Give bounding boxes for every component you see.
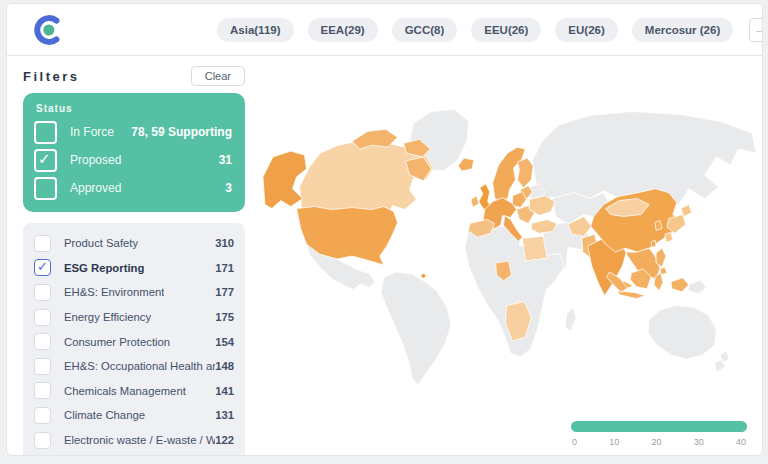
status-panel-title: Status xyxy=(36,103,232,114)
checkbox-ehs-occupational[interactable] xyxy=(34,358,51,375)
country-finland[interactable] xyxy=(517,158,533,188)
app-card: Asia(119) EEA(29) GCC(8) EEU(26) EU(26) … xyxy=(6,3,763,456)
continent-south-america[interactable] xyxy=(381,272,451,385)
category-label: Product Safety xyxy=(64,237,138,249)
world-map-area: 0 10 20 30 40 xyxy=(257,56,762,455)
category-count: 154 xyxy=(215,336,234,348)
category-count: 177 xyxy=(215,286,234,298)
legend-scale-bar xyxy=(571,421,747,432)
legend-tick: 0 xyxy=(572,437,577,447)
tab-asia[interactable]: Asia(119) xyxy=(217,18,294,42)
country-indonesia[interactable] xyxy=(607,269,689,299)
clear-filters-button[interactable]: Clear xyxy=(191,66,245,86)
category-label: Chemicals Management xyxy=(64,385,186,397)
category-label: EH&S: Occupational Health and Sa... xyxy=(64,360,215,372)
checkbox-esg-reporting[interactable] xyxy=(34,259,51,276)
category-row: Wireless 121 xyxy=(34,452,234,456)
country-madagascar[interactable] xyxy=(565,308,576,332)
main-body: Filters Clear Status In Force 78, 59 Sup… xyxy=(7,56,762,455)
category-row: Energy Efficiency 175 xyxy=(34,305,234,330)
mini-input[interactable] xyxy=(749,18,763,42)
status-row: In Force 78, 59 Supporting xyxy=(34,118,232,146)
status-label: Approved xyxy=(70,181,121,195)
country-new-zealand[interactable] xyxy=(714,351,729,372)
tab-eea[interactable]: EEA(29) xyxy=(308,18,378,42)
region-tabs: Asia(119) EEA(29) GCC(8) EEU(26) EU(26) … xyxy=(217,18,733,42)
category-count: 131 xyxy=(215,409,234,421)
category-row: Product Safety 310 xyxy=(34,231,234,256)
logo-dot xyxy=(43,24,54,35)
app-logo[interactable] xyxy=(31,13,65,47)
legend-tick: 40 xyxy=(736,437,746,447)
category-row: EH&S: Environment 177 xyxy=(34,280,234,305)
category-row: EH&S: Occupational Health and Sa... 148 xyxy=(34,354,234,379)
country-trinidad[interactable] xyxy=(421,273,426,278)
status-label: Proposed xyxy=(70,153,121,167)
checkbox-consumer-protection[interactable] xyxy=(34,333,51,350)
legend-tick: 10 xyxy=(609,437,619,447)
category-row: Electronic waste / E-waste / WEEE 122 xyxy=(34,428,234,453)
category-label: Climate Change xyxy=(64,409,145,421)
category-count: 122 xyxy=(215,434,234,446)
legend-tick: 20 xyxy=(651,437,661,447)
status-filter-panel: Status In Force 78, 59 Supporting Propos… xyxy=(23,93,245,212)
filters-sidebar: Filters Clear Status In Force 78, 59 Sup… xyxy=(7,56,257,455)
category-count: 310 xyxy=(215,237,234,249)
category-count: 175 xyxy=(215,311,234,323)
status-row: Proposed 31 xyxy=(34,146,232,174)
status-label: In Force xyxy=(70,125,114,139)
category-row: Climate Change 131 xyxy=(34,403,234,428)
country-png[interactable] xyxy=(689,280,707,294)
category-count: 141 xyxy=(215,385,234,397)
status-value: 31 xyxy=(219,153,232,167)
category-row: Chemicals Management 141 xyxy=(34,379,234,404)
country-egypt[interactable] xyxy=(522,236,547,261)
map-legend: 0 10 20 30 40 xyxy=(571,421,747,447)
category-count: 171 xyxy=(215,262,234,274)
checkbox-product-safety[interactable] xyxy=(34,235,51,252)
checkbox-proposed[interactable] xyxy=(34,149,57,172)
tab-eeu[interactable]: EEU(26) xyxy=(471,18,541,42)
tab-mercosur[interactable]: Mercosur (26) xyxy=(632,18,733,42)
checkbox-energy-efficiency[interactable] xyxy=(34,309,51,326)
country-ireland[interactable] xyxy=(471,196,479,208)
category-label: Electronic waste / E-waste / WEEE xyxy=(64,434,215,446)
category-row: ESG Reporting 171 xyxy=(34,256,234,281)
country-iceland[interactable] xyxy=(458,158,474,171)
status-value: 78, 59 Supporting xyxy=(131,125,232,139)
checkbox-chemicals-management[interactable] xyxy=(34,382,51,399)
checkbox-ehs-environment[interactable] xyxy=(34,284,51,301)
tab-eu[interactable]: EU(26) xyxy=(555,18,617,42)
category-row: Consumer Protection 154 xyxy=(34,329,234,354)
header: Asia(119) EEA(29) GCC(8) EEU(26) EU(26) … xyxy=(7,4,762,56)
category-label: Consumer Protection xyxy=(64,336,170,348)
category-label: Energy Efficiency xyxy=(64,311,151,323)
region-alaska[interactable] xyxy=(263,151,307,208)
category-label: EH&S: Environment xyxy=(64,286,164,298)
category-label: ESG Reporting xyxy=(64,262,144,274)
status-row: Approved 3 xyxy=(34,174,232,202)
checkbox-e-waste[interactable] xyxy=(34,432,51,449)
category-filter-panel: Product Safety 310 ESG Reporting 171 EH&… xyxy=(23,223,245,456)
tab-gcc[interactable]: GCC(8) xyxy=(392,18,458,42)
legend-ticks: 0 10 20 30 40 xyxy=(571,437,747,447)
status-value: 3 xyxy=(225,181,232,195)
choropleth-world-map xyxy=(257,60,762,455)
category-count: 148 xyxy=(215,360,234,372)
checkbox-approved[interactable] xyxy=(34,177,57,200)
filters-title: Filters xyxy=(23,69,80,84)
country-australia[interactable] xyxy=(648,306,716,359)
country-turkey[interactable] xyxy=(531,219,557,233)
checkbox-in-force[interactable] xyxy=(34,121,57,144)
checkbox-climate-change[interactable] xyxy=(34,407,51,424)
legend-tick: 30 xyxy=(694,437,704,447)
